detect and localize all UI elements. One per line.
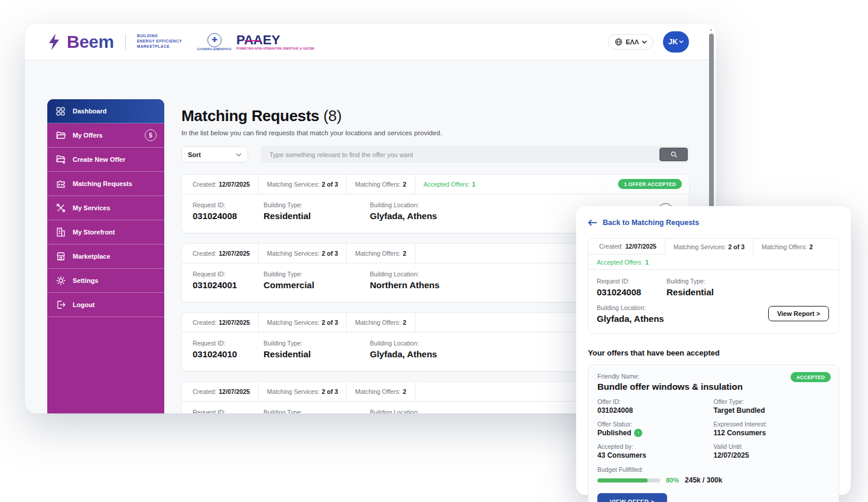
request-id: 031024008	[597, 287, 667, 297]
accepted-offer-card: ACCEPTED Friendly Name: Bundle offer win…	[588, 364, 839, 502]
sidebar-item-my-offers[interactable]: My Offers 5	[47, 123, 164, 148]
sidebar-item-label: Matching Requests	[73, 180, 132, 187]
page-title: Matching Requests (8)	[181, 107, 690, 125]
building-icon	[55, 227, 66, 238]
page-subtitle: In the list below you can find requests …	[181, 129, 690, 136]
tools-icon	[55, 203, 66, 214]
brand-tagline: BUILDING ENERGY EFFICIENCY MARKETPLACE	[137, 34, 182, 49]
view-report-button[interactable]: View Report >	[768, 306, 829, 321]
building-type: Residential	[264, 211, 370, 221]
sidebar-item-create-new-offer[interactable]: Create New Offer	[47, 148, 164, 172]
requests-count: (8)	[323, 107, 342, 125]
brand-name: Beem	[67, 32, 114, 52]
offer-friendly-name: Bundle offer windows & insulation	[597, 382, 830, 392]
back-arrow-icon	[588, 219, 597, 226]
expressed-interest: 112 Consumers	[714, 429, 830, 437]
folder-icon	[55, 130, 66, 141]
search-icon	[670, 151, 678, 158]
partner-strike-mark	[245, 40, 261, 41]
language-label: ΕΛΛ	[626, 38, 639, 45]
search-button[interactable]	[659, 148, 688, 161]
chevron-down-icon	[679, 40, 684, 43]
offer-id: 031024008	[597, 406, 714, 415]
partner-name: ΡΑΑΕΥ	[236, 34, 280, 47]
sidebar-item-label: Settings	[73, 277, 98, 284]
sidebar-item-label: Logout	[73, 301, 95, 308]
page: Beem BUILDING ENERGY EFFICIENCY MARKETPL…	[0, 0, 868, 502]
accepted-offers-section-title: Your offers that have been accepted	[588, 348, 839, 357]
my-offers-count-badge: 5	[145, 129, 157, 141]
sidebar-item-label: Marketplace	[73, 253, 110, 260]
sidebar-item-label: Create New Offer	[73, 156, 125, 163]
logo-divider	[125, 34, 126, 50]
building-type: Commercial	[264, 280, 370, 290]
budget-percent: 80%	[666, 477, 679, 484]
valid-until: 12/07/2025	[714, 451, 830, 459]
sidebar-item-settings[interactable]: Settings	[47, 269, 164, 293]
sidebar-item-label: My Services	[73, 204, 110, 211]
building-type: Residential	[264, 349, 370, 359]
emblem-caption: ΕΛΛΗΝΙΚΗ ΔΗΜΟΚΡΑΤΙΑ	[197, 48, 232, 51]
request-id: 031024010	[193, 349, 264, 359]
offer-status: Published	[597, 429, 631, 437]
view-offer-button[interactable]: VIEW OFFER >	[597, 493, 667, 502]
budget-amount: 245k / 300k	[685, 476, 722, 484]
search-input[interactable]	[261, 146, 690, 163]
building-type: Residential	[667, 287, 829, 297]
top-bar: Beem BUILDING ENERGY EFFICIENCY MARKETPL…	[25, 24, 716, 60]
user-avatar[interactable]: JK	[663, 31, 689, 53]
partner-caption: ΡΥΘΜΙΣΤΙΚΗ ΑΡΧΗ ΑΠΟΒΛΗΤΩΝ, ΕΝΕΡΓΕΙΑΣ & Υ…	[236, 47, 314, 50]
search-bar	[261, 146, 690, 163]
budget-progress-bar	[597, 478, 660, 483]
sidebar-item-my-services[interactable]: My Services	[47, 196, 164, 220]
chevron-down-icon	[642, 40, 647, 44]
globe-icon	[615, 38, 623, 46]
sort-dropdown[interactable]: Sort	[181, 146, 248, 162]
language-selector[interactable]: ΕΛΛ	[608, 34, 654, 50]
sidebar-item-dashboard[interactable]: Dashboard	[47, 99, 164, 123]
logout-icon	[55, 299, 66, 311]
sidebar-item-logout[interactable]: Logout	[47, 293, 164, 317]
scrollbar-up-arrow[interactable]: ▲	[708, 28, 714, 31]
request-id: 031024008	[193, 211, 264, 221]
beem-logo: Beem BUILDING ENERGY EFFICIENCY MARKETPL…	[47, 32, 182, 52]
sidebar: Dashboard My Offers 5	[47, 99, 164, 413]
folder-plus-icon	[55, 154, 66, 165]
storefront-icon	[55, 251, 66, 262]
back-to-matching-requests-link[interactable]: Back to Matching Requests	[588, 219, 839, 227]
chevron-down-icon	[236, 153, 242, 157]
sidebar-item-label: My Storefront	[73, 229, 115, 236]
sidebar-item-my-storefront[interactable]: My Storefront	[47, 220, 164, 245]
gear-icon	[55, 275, 66, 286]
offer-type: Target Bundled	[714, 406, 830, 415]
sidebar-item-matching-requests[interactable]: Matching Requests	[47, 172, 164, 196]
sidebar-item-label: My Offers	[73, 132, 103, 139]
accepted-status-badge: ACCEPTED	[791, 372, 831, 382]
published-arrow-up-icon: ↑	[634, 429, 642, 437]
request-detail-card: Created:12/07/2025 Matching Services:2 o…	[588, 238, 839, 334]
request-id: 031024001	[193, 280, 264, 290]
dashboard-grid-icon	[55, 106, 66, 117]
request-detail-panel: Back to Matching Requests Created:12/07/…	[576, 206, 851, 495]
accepted-by: 43 Consumers	[597, 451, 714, 459]
greek-emblem-icon: ✚	[207, 33, 222, 47]
sidebar-item-marketplace[interactable]: Marketplace	[47, 245, 164, 269]
budget-progress-fill	[597, 478, 648, 483]
sidebar-item-label: Dashboard	[73, 107, 106, 115]
puzzle-icon	[55, 178, 66, 190]
offer-accepted-badge: 1 OFFER ACCEPTED	[618, 179, 682, 189]
lightning-bolt-icon	[47, 33, 61, 51]
paaey-logo: ✚ ΕΛΛΗΝΙΚΗ ΔΗΜΟΚΡΑΤΙΑ ΡΑΑΕΥ ΡΥΘΜΙΣΤΙΚΗ Α…	[197, 33, 314, 51]
